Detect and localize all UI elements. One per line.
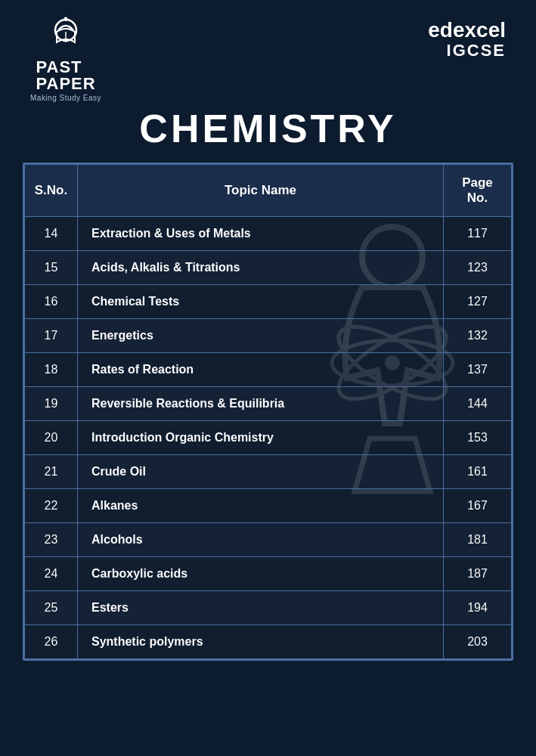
cell-topic: Rates of Reaction: [78, 353, 444, 387]
col-page: Page No.: [444, 165, 512, 217]
cell-topic: Energetics: [78, 319, 444, 353]
cell-topic: Chemical Tests: [78, 285, 444, 319]
main-title-area: CHEMISTRY: [0, 102, 536, 163]
cell-sno: 17: [25, 319, 78, 353]
cell-page: 127: [444, 285, 512, 319]
table-container: S.No. Topic Name Page No. 14Extraction &…: [23, 163, 513, 661]
cell-sno: 15: [25, 251, 78, 285]
cell-topic: Carboxylic acids: [78, 557, 444, 591]
table-body: 14Extraction & Uses of Metals11715Acids,…: [25, 217, 512, 659]
cell-page: 132: [444, 319, 512, 353]
logo-paper: PAPER: [36, 76, 95, 92]
cell-sno: 25: [25, 591, 78, 625]
brand-igcse: IGCSE: [428, 41, 506, 60]
cell-sno: 23: [25, 523, 78, 557]
svg-point-2: [64, 17, 68, 21]
cell-page: 187: [444, 557, 512, 591]
cell-topic: Esters: [78, 591, 444, 625]
header: PAST PAPER Making Study Easy edexcel IGC…: [0, 0, 536, 102]
table-row: 14Extraction & Uses of Metals117: [25, 217, 512, 251]
cell-page: 137: [444, 353, 512, 387]
cell-page: 203: [444, 625, 512, 659]
cell-sno: 20: [25, 421, 78, 455]
col-sno: S.No.: [25, 165, 78, 217]
cell-topic: Acids, Alkalis & Titrations: [78, 251, 444, 285]
table-row: 26Synthetic polymers203: [25, 625, 512, 659]
table-row: 18Rates of Reaction137: [25, 353, 512, 387]
table-row: 15Acids, Alkalis & Titrations123: [25, 251, 512, 285]
table-row: 22Alkanes167: [25, 489, 512, 523]
cell-sno: 26: [25, 625, 78, 659]
cell-topic: Alkanes: [78, 489, 444, 523]
cell-page: 194: [444, 591, 512, 625]
cell-sno: 24: [25, 557, 78, 591]
cell-sno: 22: [25, 489, 78, 523]
table-row: 17Energetics132: [25, 319, 512, 353]
brand-area: edexcel IGCSE: [428, 14, 506, 60]
table-row: 25Esters194: [25, 591, 512, 625]
cell-topic: Extraction & Uses of Metals: [78, 217, 444, 251]
cell-sno: 21: [25, 455, 78, 489]
col-topic: Topic Name: [78, 165, 444, 217]
table-row: 19Reversible Reactions & Equilibria144: [25, 387, 512, 421]
table-row: 20Introduction Organic Chemistry153: [25, 421, 512, 455]
topics-table: S.No. Topic Name Page No. 14Extraction &…: [24, 164, 512, 659]
cell-page: 161: [444, 455, 512, 489]
cell-sno: 18: [25, 353, 78, 387]
logo-tagline: Making Study Easy: [30, 94, 101, 102]
main-title: CHEMISTRY: [0, 106, 536, 151]
cell-topic: Crude Oil: [78, 455, 444, 489]
cell-page: 167: [444, 489, 512, 523]
table-row: 24Carboxylic acids187: [25, 557, 512, 591]
cell-page: 153: [444, 421, 512, 455]
cell-page: 117: [444, 217, 512, 251]
table-row: 16Chemical Tests127: [25, 285, 512, 319]
logo-book-icon: [43, 14, 88, 59]
cell-page: 123: [444, 251, 512, 285]
cell-topic: Introduction Organic Chemistry: [78, 421, 444, 455]
logo-past: PAST: [36, 59, 95, 76]
header-row: S.No. Topic Name Page No.: [25, 165, 512, 217]
cell-page: 144: [444, 387, 512, 421]
brand-edexcel: edexcel: [428, 20, 506, 41]
cell-sno: 14: [25, 217, 78, 251]
table-header: S.No. Topic Name Page No.: [25, 165, 512, 217]
cell-sno: 16: [25, 285, 78, 319]
table-row: 23Alcohols181: [25, 523, 512, 557]
cell-topic: Reversible Reactions & Equilibria: [78, 387, 444, 421]
cell-sno: 19: [25, 387, 78, 421]
logo-area: PAST PAPER Making Study Easy: [30, 14, 101, 102]
cell-topic: Synthetic polymers: [78, 625, 444, 659]
table-row: 21Crude Oil161: [25, 455, 512, 489]
cell-page: 181: [444, 523, 512, 557]
logo-text-area: PAST PAPER: [36, 59, 95, 92]
cell-topic: Alcohols: [78, 523, 444, 557]
